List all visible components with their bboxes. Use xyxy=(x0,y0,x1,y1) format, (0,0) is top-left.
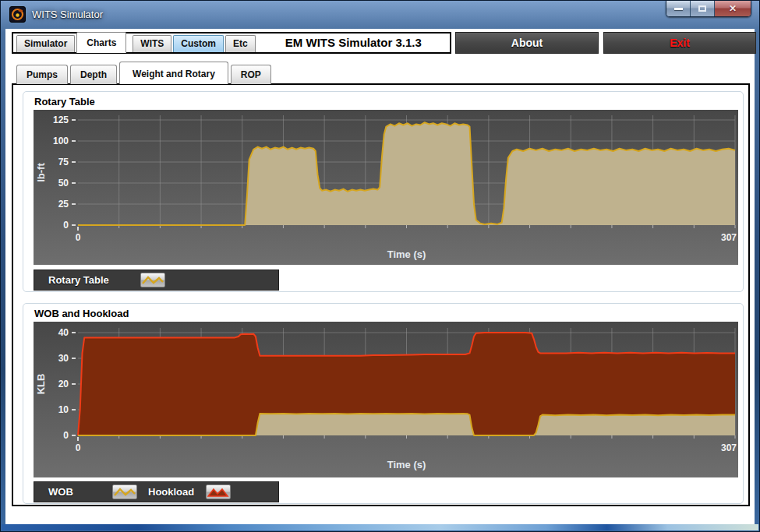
rotary-table-card: Rotary Table 02550751001250307Time (s)lb… xyxy=(23,91,744,292)
close-button[interactable]: ✕ xyxy=(715,1,751,16)
window-frame: WITS Simulator ✕ Simulator Charts WITS C… xyxy=(0,0,760,532)
rotary-chart-legend: Rotary Table xyxy=(34,270,279,291)
svg-text:75: 75 xyxy=(58,157,69,167)
svg-text:125: 125 xyxy=(53,115,69,125)
app-title: EM WITS Simulator 3.1.3 xyxy=(257,36,450,52)
svg-text:50: 50 xyxy=(58,178,69,188)
caption-buttons: ✕ xyxy=(666,1,751,17)
svg-text:lb-ft: lb-ft xyxy=(35,163,47,182)
svg-text:30: 30 xyxy=(58,353,69,364)
tab-charts[interactable]: Charts xyxy=(76,32,126,53)
close-icon: ✕ xyxy=(729,3,737,14)
svg-text:0: 0 xyxy=(63,430,69,441)
svg-text:Time (s): Time (s) xyxy=(387,248,426,260)
tab-wits[interactable]: WITS xyxy=(133,35,171,52)
title-bar[interactable]: WITS Simulator ✕ xyxy=(1,1,759,29)
rotary-chart-title: Rotary Table xyxy=(34,96,95,107)
minimize-icon xyxy=(674,8,683,10)
tab-pumps[interactable]: Pumps xyxy=(16,65,68,84)
svg-text:10: 10 xyxy=(58,404,69,415)
wob-hookload-card: WOB and Hookload 0102030400307Time (s)KL… xyxy=(23,303,744,504)
legend-label-rotary-table: Rotary Table xyxy=(48,274,126,286)
exit-button[interactable]: Exit xyxy=(603,32,756,54)
tab-etc[interactable]: Etc xyxy=(225,35,256,52)
svg-text:307: 307 xyxy=(721,442,737,453)
svg-text:0: 0 xyxy=(76,442,81,453)
hookload-series-icon xyxy=(206,484,231,499)
tab-depth[interactable]: Depth xyxy=(70,65,117,84)
rotary-chart-plot: 02550751001250307Time (s)lb-ft xyxy=(34,110,738,268)
tab-weight-and-rotary[interactable]: Weight and Rotary xyxy=(119,62,228,84)
svg-text:307: 307 xyxy=(721,232,737,243)
tab-custom[interactable]: Custom xyxy=(173,35,224,52)
chart-tab-strip: Pumps Depth Weight and Rotary ROP xyxy=(16,60,274,84)
wob-chart-plot: 0102030400307Time (s)KLB xyxy=(34,322,738,481)
maximize-icon xyxy=(698,5,706,12)
svg-text:40: 40 xyxy=(58,327,69,338)
tab-simulator[interactable]: Simulator xyxy=(16,35,75,52)
svg-text:Time (s): Time (s) xyxy=(387,459,426,470)
wob-series-icon xyxy=(112,484,137,499)
svg-text:KLB: KLB xyxy=(35,374,47,395)
svg-text:25: 25 xyxy=(58,199,69,210)
wob-chart-legend: WOB Hookload xyxy=(34,481,279,502)
window-client-area: Simulator Charts WITS Custom Etc EM WITS… xyxy=(5,29,755,524)
maximize-button[interactable] xyxy=(691,1,715,16)
svg-text:0: 0 xyxy=(76,232,81,243)
svg-text:100: 100 xyxy=(53,136,69,146)
svg-text:0: 0 xyxy=(63,220,69,231)
main-tab-strip: Simulator Charts WITS Custom Etc EM WITS… xyxy=(12,32,451,54)
window-frame-bottom xyxy=(2,524,758,530)
legend-label-hookload: Hookload xyxy=(148,486,206,498)
legend-label-wob: WOB xyxy=(48,486,95,498)
minimize-button[interactable] xyxy=(666,1,691,16)
tab-rop[interactable]: ROP xyxy=(231,65,271,84)
about-button[interactable]: About xyxy=(455,32,599,54)
window-title: WITS Simulator xyxy=(32,9,103,20)
wob-chart-title: WOB and Hookload xyxy=(34,308,129,319)
rotary-series-icon xyxy=(140,273,165,287)
tab-page-content: Rotary Table 02550751001250307Time (s)lb… xyxy=(12,83,750,506)
svg-text:20: 20 xyxy=(58,379,69,389)
app-icon xyxy=(9,6,26,23)
